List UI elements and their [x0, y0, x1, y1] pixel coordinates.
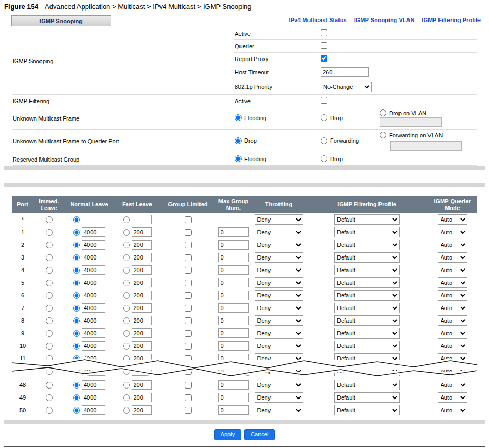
- normal-leave-input[interactable]: [82, 370, 105, 376]
- immed-leave-radio[interactable]: [46, 305, 53, 312]
- rmg-flooding-radio[interactable]: [235, 155, 242, 162]
- max-group-num-input[interactable]: [218, 278, 249, 287]
- umfq-forwarding-option[interactable]: Forwarding: [321, 137, 359, 144]
- normal-leave-radio[interactable]: [73, 370, 80, 375]
- normal-leave-radio[interactable]: [73, 280, 80, 286]
- max-group-num-input[interactable]: [218, 240, 249, 250]
- cancel-button[interactable]: Cancel: [244, 429, 275, 440]
- immed-leave-radio[interactable]: [46, 330, 53, 337]
- normal-leave-radio[interactable]: [73, 382, 80, 389]
- throttling-select[interactable]: Deny: [255, 328, 303, 339]
- throttling-select[interactable]: Deny: [255, 265, 303, 275]
- normal-leave-radio[interactable]: [73, 394, 80, 401]
- group-limited-checkbox[interactable]: [185, 254, 192, 261]
- normal-leave-radio[interactable]: [73, 267, 80, 274]
- max-group-num-input[interactable]: [218, 291, 249, 300]
- igmp-filtering-profile-select[interactable]: Default: [334, 290, 400, 301]
- fast-leave-radio[interactable]: [123, 280, 130, 286]
- host-timeout-input[interactable]: [321, 67, 369, 77]
- normal-leave-radio[interactable]: [73, 317, 80, 324]
- immed-leave-radio[interactable]: [46, 382, 53, 389]
- igmp-filtering-profile-select[interactable]: Default: [334, 353, 400, 360]
- igmp-filtering-profile-select[interactable]: Default: [334, 315, 400, 326]
- fast-leave-radio[interactable]: [123, 229, 130, 236]
- group-limited-checkbox[interactable]: [185, 355, 192, 361]
- normal-leave-input[interactable]: [82, 354, 105, 360]
- igmp-filtering-profile-select[interactable]: Default: [334, 328, 400, 339]
- fast-leave-radio[interactable]: [123, 254, 130, 261]
- max-group-num-input[interactable]: [218, 328, 249, 338]
- normal-leave-input[interactable]: [82, 393, 105, 402]
- normal-leave-input[interactable]: [82, 240, 105, 250]
- umf-drop-on-vlan-option[interactable]: Drop on VLAN: [380, 109, 426, 116]
- normal-leave-radio[interactable]: [73, 343, 80, 350]
- group-limited-checkbox[interactable]: [185, 407, 192, 414]
- throttling-select[interactable]: Deny: [255, 277, 303, 288]
- normal-leave-input[interactable]: [82, 316, 105, 325]
- group-limited-checkbox[interactable]: [185, 382, 192, 389]
- 8021p-priority-select[interactable]: No-Change: [321, 82, 372, 92]
- igmp-filtering-profile-select[interactable]: Default: [334, 392, 400, 403]
- fast-leave-input[interactable]: [132, 370, 152, 376]
- immed-leave-radio[interactable]: [46, 292, 53, 299]
- normal-leave-radio[interactable]: [73, 407, 80, 414]
- throttling-select[interactable]: Deny: [255, 370, 303, 376]
- normal-leave-input[interactable]: [82, 405, 105, 415]
- fast-leave-input[interactable]: [132, 265, 152, 275]
- umfq-forwarding-on-vlan-input[interactable]: [390, 141, 462, 151]
- igmp-filtering-profile-select[interactable]: Default: [334, 265, 400, 275]
- normal-leave-input[interactable]: [82, 265, 105, 275]
- igmp-querier-mode-select[interactable]: Auto: [438, 341, 467, 351]
- rmg-drop-option[interactable]: Drop: [321, 155, 343, 162]
- immed-leave-radio[interactable]: [46, 370, 53, 375]
- throttling-select[interactable]: Deny: [255, 214, 303, 225]
- umfq-forwarding-on-vlan-option[interactable]: Forwarding on VLAN: [380, 132, 443, 138]
- fast-leave-radio[interactable]: [123, 330, 130, 337]
- apply-button[interactable]: Apply: [214, 429, 242, 440]
- igmp-filtering-profile-select[interactable]: Default: [334, 303, 400, 313]
- igmp-querier-mode-select[interactable]: Auto: [438, 303, 467, 313]
- normal-leave-input[interactable]: [82, 341, 105, 351]
- igmp-filtering-profile-select[interactable]: Default: [334, 240, 400, 250]
- umfq-forwarding-radio[interactable]: [321, 137, 327, 144]
- max-group-num-input[interactable]: [218, 253, 249, 262]
- max-group-num-input[interactable]: [218, 341, 249, 351]
- fast-leave-input[interactable]: [132, 341, 152, 351]
- igmp-querier-mode-select[interactable]: Auto: [438, 405, 467, 415]
- immed-leave-radio[interactable]: [46, 267, 53, 274]
- report-proxy-checkbox[interactable]: [321, 55, 327, 62]
- active-checkbox[interactable]: [321, 29, 327, 36]
- group-limited-checkbox[interactable]: [185, 330, 192, 337]
- fast-leave-input[interactable]: [132, 303, 152, 313]
- normal-leave-input[interactable]: [82, 253, 105, 262]
- igmp-filtering-profile-select[interactable]: Default: [334, 370, 400, 376]
- normal-leave-radio[interactable]: [73, 254, 80, 261]
- max-group-num-input[interactable]: [218, 354, 249, 360]
- umfq-forwarding-on-vlan-radio[interactable]: [380, 132, 386, 138]
- normal-leave-radio[interactable]: [73, 292, 80, 299]
- umf-drop-on-vlan-radio[interactable]: [380, 109, 386, 116]
- querier-checkbox[interactable]: [321, 42, 327, 49]
- fast-leave-radio[interactable]: [123, 382, 130, 389]
- group-limited-checkbox[interactable]: [185, 267, 192, 274]
- max-group-num-input[interactable]: [218, 393, 249, 402]
- fast-leave-radio[interactable]: [123, 242, 130, 248]
- normal-leave-input[interactable]: [82, 303, 105, 313]
- normal-leave-radio[interactable]: [73, 305, 80, 312]
- group-limited-checkbox[interactable]: [185, 292, 192, 299]
- throttling-select[interactable]: Deny: [255, 240, 303, 250]
- max-group-num-input[interactable]: [218, 303, 249, 313]
- igmp-filtering-profile-select[interactable]: Default: [334, 214, 400, 225]
- rmg-drop-radio[interactable]: [321, 155, 327, 162]
- igmp-querier-mode-select[interactable]: Auto: [438, 252, 467, 263]
- igmp-querier-mode-select[interactable]: Auto: [438, 353, 467, 360]
- group-limited-checkbox[interactable]: [185, 242, 192, 248]
- normal-leave-radio[interactable]: [73, 229, 80, 236]
- normal-leave-radio[interactable]: [73, 242, 80, 248]
- group-limited-checkbox[interactable]: [185, 216, 192, 223]
- igmp-querier-mode-select[interactable]: Auto: [438, 380, 467, 390]
- group-limited-checkbox[interactable]: [185, 317, 192, 324]
- fast-leave-input[interactable]: [132, 354, 152, 360]
- igmp-querier-mode-select[interactable]: Auto: [438, 265, 467, 275]
- group-limited-checkbox[interactable]: [185, 305, 192, 312]
